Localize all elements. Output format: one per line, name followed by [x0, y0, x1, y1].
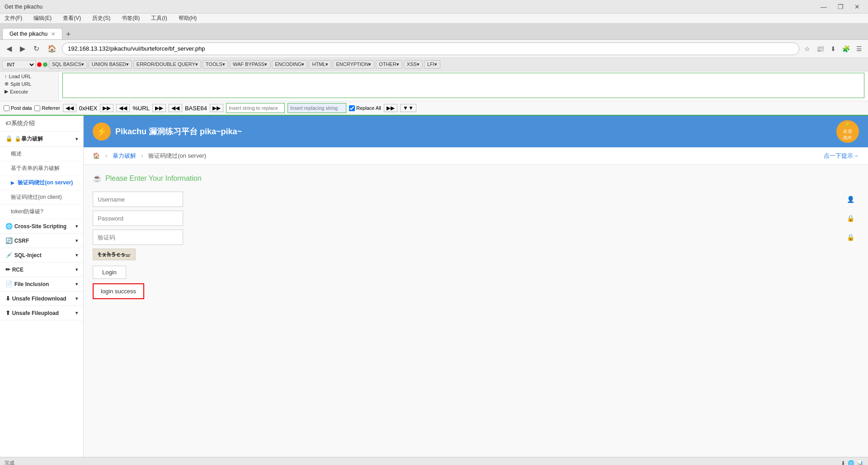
menu-edit[interactable]: 编辑(E): [31, 14, 54, 23]
error-double-query-menu[interactable]: ERROR/DOUBLE QUERY▾: [133, 60, 201, 69]
login-success-box: login success: [93, 283, 144, 299]
other-menu[interactable]: OTHER▾: [376, 60, 402, 69]
waf-bypass-menu[interactable]: WAF BYPASS▾: [230, 60, 270, 69]
replace-right-arrow[interactable]: ▶▶: [384, 104, 397, 112]
menu-bookmarks[interactable]: 书签(B): [119, 14, 142, 23]
referrer-check[interactable]: Referrer: [34, 105, 60, 111]
sidebar-item-overview[interactable]: 概述: [0, 147, 83, 161]
reader-mode[interactable]: 📰: [814, 44, 826, 53]
sidebar-category-xss[interactable]: 🌐 Cross-Site Scripting ▾: [0, 219, 83, 234]
tab-close-button[interactable]: ✕: [51, 31, 55, 37]
back-button[interactable]: ◀: [4, 43, 14, 54]
close-button[interactable]: ✕: [851, 2, 863, 11]
menu-icon[interactable]: ☰: [854, 44, 864, 53]
sidebar-item-token[interactable]: token防爆破?: [0, 205, 83, 219]
username-group: 👤: [93, 192, 859, 207]
brute-force-link[interactable]: 暴力破解: [113, 152, 136, 159]
sidebar-item-captcha-server[interactable]: ▶ 验证码绕过(on server): [0, 176, 83, 190]
url-left-arrow[interactable]: ◀◀: [116, 104, 130, 112]
hackbar-type-select[interactable]: INT STRING: [2, 60, 36, 69]
hex-left-arrow[interactable]: ◀◀: [63, 104, 76, 112]
lfi-menu[interactable]: LFI▾: [424, 60, 440, 69]
content-area: ⚡ Pikachu 漏洞练习平台 pika~pika~ 😊 欢迎 跳年 🏠 › …: [84, 116, 868, 457]
status-icon-3[interactable]: 📊: [857, 460, 863, 465]
form-title: ☕ Please Enter Your Information: [93, 174, 859, 183]
active-triangle-icon: ▶: [11, 180, 14, 185]
address-bar: ◀ ▶ ↻ 🏠 ☆ 📰 ⬇ 🧩 ☰: [0, 40, 868, 58]
sidebar-category-file-inclusion[interactable]: 📄 File Inclusion ▾: [0, 277, 83, 291]
sidebar-item-form-brute[interactable]: 基于表单的暴力破解: [0, 161, 83, 176]
home-link[interactable]: 🏠: [93, 152, 100, 159]
status-text: 完成: [5, 460, 14, 465]
sidebar-category-rce[interactable]: ✏ RCE ▾: [0, 263, 83, 277]
bookmark-star[interactable]: ☆: [802, 44, 812, 53]
sql-basics-menu[interactable]: SQL BASICS▾: [49, 60, 87, 69]
menu-history[interactable]: 历史(S): [90, 14, 113, 23]
status-icon-2[interactable]: 🌐: [848, 460, 854, 465]
login-button[interactable]: Login: [93, 266, 126, 279]
brute-force-toggle[interactable]: 🔒 🔒暴力破解 ▾: [0, 132, 83, 147]
sidebar: 🏷系统介绍 🔒 🔒暴力破解 ▾ 概述 基于表单的暴力破解 ▶ 验证码绕过(on …: [0, 116, 84, 457]
breadcrumb-path: 🏠 › 暴力破解 › 验证码绕过(on server): [93, 152, 206, 160]
breadcrumb: 🏠 › 暴力破解 › 验证码绕过(on server) 点一下提示→: [84, 147, 868, 165]
sidebar-category-brute-force: 🔒 🔒暴力破解 ▾ 概述 基于表单的暴力破解 ▶ 验证码绕过(on server…: [0, 132, 83, 219]
csrf-chevron: ▾: [75, 238, 78, 243]
forward-button[interactable]: ▶: [17, 43, 28, 54]
download-icon[interactable]: ⬇: [828, 44, 838, 53]
replace-all-checkbox[interactable]: [349, 105, 355, 111]
encoding-menu[interactable]: ENCODING▾: [272, 60, 307, 69]
sidebar-item-captcha-client[interactable]: 验证码绕过(on client): [0, 190, 83, 205]
maximize-button[interactable]: ❐: [834, 2, 847, 11]
hint-link[interactable]: 点一下提示→: [824, 152, 859, 160]
refresh-button[interactable]: ↻: [31, 43, 42, 54]
minimize-button[interactable]: —: [817, 2, 830, 11]
referrer-checkbox[interactable]: [34, 105, 40, 111]
captcha-input[interactable]: [93, 230, 183, 245]
post-data-check[interactable]: Post data: [4, 105, 32, 111]
tab-bar: Get the pikachu ✕ +: [0, 23, 868, 40]
tools-menu[interactable]: TOOLS▾: [203, 60, 228, 69]
union-based-menu[interactable]: UNION BASED▾: [89, 60, 132, 69]
home-button[interactable]: 🏠: [45, 43, 59, 54]
load-url-button[interactable]: ↑ Load URL: [3, 73, 56, 80]
new-tab-button[interactable]: +: [62, 30, 75, 39]
base64-left-arrow[interactable]: ◀◀: [169, 104, 182, 112]
status-icon-1[interactable]: ⬇: [841, 460, 845, 465]
sidebar-category-sql[interactable]: 💉 SQL-Inject ▾: [0, 248, 83, 263]
replace-all-check[interactable]: Replace All: [349, 105, 381, 111]
xss-menu[interactable]: XSS▾: [404, 60, 423, 69]
insert-string-input[interactable]: [226, 103, 285, 113]
base64-right-arrow[interactable]: ▶▶: [210, 104, 223, 112]
execute-button[interactable]: ▶ Execute: [3, 88, 56, 95]
url-label: %URL: [132, 105, 150, 112]
sidebar-item-intro[interactable]: 🏷系统介绍: [0, 116, 83, 132]
base64-label: BASE64: [185, 105, 207, 112]
username-input[interactable]: [93, 192, 183, 207]
hex-right-arrow[interactable]: ▶▶: [100, 104, 113, 112]
extension-toolbar: INT STRING SQL BASICS▾ UNION BASED▾ ERRO…: [0, 58, 868, 71]
sidebar-category-csrf[interactable]: 🔄 CSRF ▾: [0, 234, 83, 248]
form-area: ☕ Please Enter Your Information 👤 🔒 🔒 tx…: [84, 165, 868, 308]
menu-view[interactable]: 查看(V): [61, 14, 83, 23]
post-data-checkbox[interactable]: [4, 105, 9, 111]
password-group: 🔒: [93, 211, 859, 226]
welcome-avatar: 😊 欢迎 跳年: [836, 120, 859, 143]
url-right-arrow[interactable]: ▶▶: [152, 104, 166, 112]
sql-chevron: ▾: [75, 253, 78, 258]
sidebar-category-file-download[interactable]: ⬇ Unsafe Filedownload ▾: [0, 291, 83, 306]
hackbar-url-input[interactable]: [62, 73, 864, 98]
encryption-menu[interactable]: ENCRYPTION▾: [333, 60, 374, 69]
menu-help[interactable]: 帮助(H): [176, 14, 199, 23]
html-menu[interactable]: HTML▾: [309, 60, 331, 69]
password-input[interactable]: [93, 211, 183, 226]
extensions-icon[interactable]: 🧩: [840, 44, 852, 53]
window-controls: — ❐ ✕: [817, 2, 863, 11]
split-url-button[interactable]: ⊕ Split URL: [3, 80, 56, 87]
menu-tools[interactable]: 工具(I): [149, 14, 169, 23]
replace-down-arrow[interactable]: ▼▼: [400, 104, 416, 112]
insert-replacing-input[interactable]: [288, 103, 346, 113]
sidebar-category-file-upload[interactable]: ⬆ Unsafe Fileupload ▾: [0, 306, 83, 320]
address-input[interactable]: [62, 42, 799, 55]
menu-file[interactable]: 文件(F): [2, 14, 24, 23]
main-tab[interactable]: Get the pikachu ✕: [2, 28, 62, 39]
